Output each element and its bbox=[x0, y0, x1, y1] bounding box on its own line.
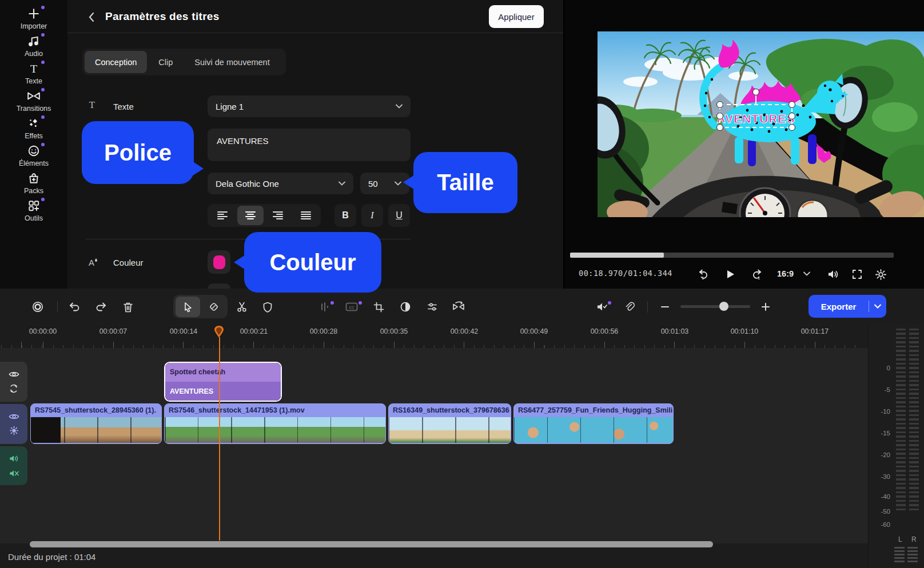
video-clip-1[interactable]: RS7545_shutterstock_28945360 (1). bbox=[30, 403, 162, 444]
sidebar-item-audio[interactable]: Audio bbox=[8, 34, 59, 58]
audio-track-controls bbox=[0, 446, 27, 485]
effects-icon bbox=[26, 117, 41, 130]
video-clip-4[interactable]: RS6477_257759_Fun_Friends_Hugging_Smili bbox=[513, 403, 674, 444]
sidebar-item-importer[interactable]: Importer bbox=[8, 7, 59, 30]
font-select[interactable]: Dela Gothic One bbox=[208, 173, 353, 194]
sidebar-item-label: Packs bbox=[24, 187, 43, 195]
gear-icon[interactable] bbox=[872, 266, 889, 283]
zoom-in-icon[interactable] bbox=[755, 297, 776, 317]
fullscreen-icon[interactable] bbox=[849, 266, 866, 283]
horizontal-scrollbar[interactable] bbox=[30, 541, 713, 547]
export-button[interactable]: Exporter bbox=[808, 295, 886, 318]
tab-clip[interactable]: Clip bbox=[148, 51, 183, 73]
apply-button[interactable]: Appliquer bbox=[489, 5, 544, 28]
ruler-label: 00:00:49 bbox=[511, 327, 557, 335]
bold-button[interactable]: B bbox=[334, 204, 356, 227]
title-clip-name: Spotted cheetah bbox=[165, 363, 281, 382]
ruler-label: 00:01:03 bbox=[652, 327, 698, 335]
audio-levels-icon[interactable] bbox=[314, 297, 335, 317]
tab-conception[interactable]: Conception bbox=[85, 51, 147, 73]
play-icon[interactable] bbox=[722, 266, 739, 283]
sidebar-item-transitions[interactable]: Transitions bbox=[8, 89, 59, 113]
clip-filmstrip bbox=[514, 417, 673, 443]
callout-taille: Taille bbox=[413, 152, 517, 213]
import-plus-icon bbox=[26, 7, 41, 21]
playhead[interactable] bbox=[213, 325, 225, 338]
tracks-viewport[interactable]: Spotted cheetah AVENTURES RS7545_shutter… bbox=[0, 348, 868, 543]
font-size-select[interactable]: 50 bbox=[360, 173, 409, 194]
timeline-ruler[interactable]: 00:00:00 00:00:07 00:00:14 00:00:21 00:0… bbox=[0, 324, 863, 348]
page-title: Paramètres des titres bbox=[105, 10, 220, 23]
align-left-button[interactable] bbox=[209, 206, 236, 225]
sidebar-item-elements[interactable]: Éléments bbox=[8, 144, 59, 167]
clip-filename: RS16349_shutterstock_379678636 bbox=[389, 404, 511, 417]
ruler-label: 00:00:56 bbox=[582, 327, 627, 335]
video-canvas[interactable]: AVENTURES bbox=[598, 31, 924, 217]
alignment-group bbox=[208, 204, 321, 227]
sparkle-icon[interactable] bbox=[9, 426, 19, 435]
aspect-ratio-select[interactable]: 16:9 bbox=[777, 269, 794, 278]
zoom-slider-thumb[interactable] bbox=[719, 302, 728, 311]
timeline-zoom-slider[interactable] bbox=[680, 305, 750, 308]
clip-filename: RS7546_shutterstock_14471953 (1).mov bbox=[165, 404, 385, 417]
timecode: 00:18.970/01:04.344 bbox=[579, 269, 672, 278]
scissors-icon[interactable] bbox=[232, 297, 252, 317]
pen-tool[interactable] bbox=[201, 297, 226, 317]
db-label: -15 bbox=[871, 430, 890, 437]
ruler-label: 00:01:17 bbox=[792, 327, 838, 335]
record-icon[interactable] bbox=[27, 297, 48, 317]
new-badge-dot bbox=[330, 301, 334, 305]
skip-forward-icon[interactable]: 1 bbox=[748, 266, 766, 283]
sidebar-item-texte[interactable]: T Texte bbox=[8, 62, 59, 85]
audio-note-icon bbox=[26, 34, 41, 48]
sidebar-item-label: Audio bbox=[25, 50, 43, 58]
trash-icon[interactable] bbox=[118, 297, 138, 317]
svg-text:cc: cc bbox=[349, 305, 355, 310]
sidebar-item-outils[interactable]: Outils bbox=[8, 199, 59, 222]
line-select[interactable]: Ligne 1 bbox=[208, 95, 411, 117]
sidebar-item-effets[interactable]: Effets bbox=[8, 117, 59, 140]
speaker-check-icon[interactable] bbox=[592, 297, 612, 317]
redo-icon[interactable] bbox=[91, 297, 111, 317]
align-right-button[interactable] bbox=[265, 206, 291, 225]
timeline: cc bbox=[0, 289, 924, 568]
undo-icon[interactable] bbox=[64, 297, 85, 317]
video-clip-2[interactable]: RS7546_shutterstock_14471953 (1).mov bbox=[164, 403, 386, 444]
eye-icon[interactable] bbox=[9, 370, 19, 378]
sidebar-item-packs[interactable]: Packs bbox=[8, 171, 59, 195]
chevron-down-icon[interactable] bbox=[869, 304, 886, 309]
speaker-off-icon[interactable] bbox=[9, 469, 19, 478]
preview-seekbar[interactable] bbox=[570, 253, 894, 258]
new-badge-dot bbox=[608, 301, 611, 305]
title-text-input[interactable]: AVENTURES bbox=[208, 129, 411, 161]
speaker-icon[interactable] bbox=[9, 454, 19, 463]
shield-icon[interactable] bbox=[257, 297, 278, 317]
skip-back-icon[interactable]: 1 bbox=[695, 266, 712, 283]
eye-icon[interactable] bbox=[9, 413, 19, 421]
video-clip-3[interactable]: RS16349_shutterstock_379678636 bbox=[388, 403, 511, 444]
font-size-value: 50 bbox=[368, 179, 378, 189]
underline-button[interactable]: U bbox=[388, 204, 410, 227]
crop-icon[interactable] bbox=[368, 297, 389, 317]
tab-suivi-de-mouvement[interactable]: Suivi de mouvement bbox=[184, 51, 280, 73]
zoom-out-icon[interactable] bbox=[655, 297, 675, 317]
volume-icon[interactable] bbox=[825, 266, 842, 283]
color-swatch-button[interactable] bbox=[208, 250, 230, 274]
italic-button[interactable]: I bbox=[361, 204, 383, 227]
project-duration-label: Durée du projet : 01:04 bbox=[8, 552, 95, 562]
align-center-button[interactable] bbox=[237, 206, 264, 225]
new-badge-dot bbox=[41, 61, 45, 64]
captions-icon[interactable]: cc bbox=[341, 297, 362, 317]
sliders-icon[interactable] bbox=[422, 297, 443, 317]
title-clip[interactable]: Spotted cheetah AVENTURES bbox=[164, 362, 282, 402]
paperclip-icon[interactable] bbox=[619, 297, 640, 317]
transition-arrow-icon[interactable] bbox=[448, 297, 469, 317]
align-justify-button[interactable] bbox=[293, 206, 319, 225]
contrast-icon[interactable] bbox=[395, 297, 416, 317]
overlay-title-text[interactable]: AVENTURES bbox=[717, 112, 795, 125]
meter-legend-icon bbox=[907, 547, 918, 564]
pointer-tool[interactable] bbox=[176, 297, 200, 317]
chevron-down-icon[interactable] bbox=[802, 270, 812, 278]
link-icon[interactable] bbox=[9, 383, 19, 394]
back-icon[interactable] bbox=[88, 11, 96, 23]
